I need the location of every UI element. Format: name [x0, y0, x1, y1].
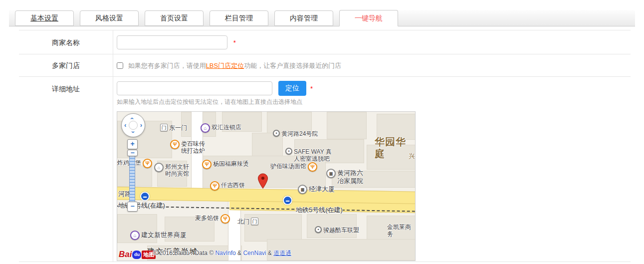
- tab-content-manage[interactable]: 内容管理: [274, 10, 333, 26]
- pan-right-icon[interactable]: ›: [140, 122, 142, 128]
- tab-style-settings[interactable]: 风格设置: [80, 10, 139, 26]
- poi-label: 驴佰味汤面馆: [270, 162, 306, 170]
- poi-metro-line5-east: 地铁5号线(在建): [296, 206, 343, 214]
- poi-qianji-xibing: Ψ仟吉西饼: [210, 181, 245, 191]
- food-icon: Ψ: [220, 214, 230, 224]
- map-pan-control[interactable]: ‹ › ‹ ‹: [121, 113, 145, 137]
- food-icon: Ψ: [143, 159, 152, 168]
- hotel-icon: ⌂: [154, 163, 164, 172]
- locate-button[interactable]: 定位: [278, 81, 306, 96]
- lbs-store-location-link[interactable]: LBS门店定位: [206, 62, 244, 69]
- poi-shuanghui-chain: ⌂双汇连锁店: [201, 123, 241, 133]
- poi-label: 麦多馅饼: [195, 214, 219, 222]
- food-icon: Ψ: [210, 181, 219, 191]
- food-icon: Ψ: [170, 140, 180, 149]
- address-row: 详细地址 定位 * 如果输入地址后点击定位按钮无法定位，请在地图上直接点击选择地…: [19, 76, 631, 262]
- tab-one-key-navigation[interactable]: 一键导航: [339, 10, 398, 26]
- poi-label: 金凯莱商务: [387, 223, 415, 238]
- required-asterisk: *: [310, 85, 313, 92]
- poi-lvbaiwei: 驴佰味汤面馆Ψ: [270, 162, 317, 172]
- poi-maiduo-xianbing: 麦多馅饼Ψ: [195, 214, 230, 224]
- map-canvas[interactable]: ‹ › ‹ ‹ + − − Bai du 地图: [117, 111, 416, 261]
- dot-icon: •: [315, 226, 322, 233]
- dot-icon: •: [273, 130, 280, 137]
- address-input[interactable]: [117, 81, 272, 95]
- multi-store-row: 多家门店 如果您有多家门店，请使用LBS门店定位功能，让客户直接选择最近的门店: [19, 54, 631, 76]
- poi-label: 北门: [237, 218, 249, 225]
- required-asterisk: *: [233, 39, 236, 46]
- shop-icon: ⌂: [201, 123, 210, 133]
- shop-icon: ⌂: [130, 231, 140, 240]
- dot-icon: •: [285, 148, 292, 155]
- poi-label: 地铁5号线(在建): [296, 206, 343, 214]
- multi-store-content: 如果您有多家门店，请使用LBS门店定位功能，让客户直接选择最近的门店: [113, 54, 631, 76]
- multi-store-text-before: 如果您有多家门店，请使用: [128, 62, 206, 69]
- map-building-block: [327, 112, 367, 139]
- tab-column-manage[interactable]: 栏目管理: [210, 10, 268, 26]
- merchant-name-label: 商家名称: [19, 30, 113, 54]
- building-icon: ▆: [298, 185, 307, 194]
- map-pin-icon: [257, 173, 268, 191]
- tab-basic-settings[interactable]: 基本设置: [15, 10, 74, 26]
- bus-icon: ▬: [283, 196, 292, 205]
- building-icon: ▆: [326, 169, 336, 178]
- poi-junyue-kuche: •骏越酷车联盟: [315, 226, 359, 234]
- poi-xing-area: 兴: [409, 152, 415, 160]
- poi-label: 杨国福麻辣烫: [213, 160, 249, 167]
- baidu-logo-bai: Bai: [119, 250, 132, 260]
- multi-store-checkbox[interactable]: [117, 62, 123, 69]
- daodaotong-link[interactable]: 道道通: [273, 250, 291, 257]
- settings-page: 基本设置 风格设置 首页设置 栏目管理 内容管理 一键导航 商家名称 * 多家门…: [0, 0, 644, 264]
- poi-metro-line5-west: 地铁5号线(在建): [118, 201, 165, 210]
- poi-zhengzhou-wenxuan: ⌂郑州文轩 时尚宾馆: [154, 163, 189, 178]
- poi-safeway-escape: •SAFE WAY 真 人密室逃脱吧: [285, 148, 332, 163]
- poi-jinkailai: 金凯莱商务: [387, 223, 415, 238]
- poi-label: SAFE WAY 真 人密室逃脱吧: [294, 148, 332, 163]
- address-hint: 如果输入地址后点击定位按钮无法定位，请在地图上直接点击选择地点: [117, 98, 631, 106]
- map-zoom-slider-track[interactable]: [129, 153, 135, 203]
- settings-form: 商家名称 * 多家门店 如果您有多家门店，请使用LBS门店定位功能，让客户直接选…: [19, 30, 631, 262]
- poi-label: 骏越酷车联盟: [323, 226, 359, 234]
- poi-beimen: 北门门: [237, 218, 258, 225]
- gate-icon: 门: [160, 124, 168, 131]
- baidu-paw-icon: du: [132, 251, 141, 259]
- poi-label: 黄河路六 冶家属院: [337, 169, 363, 185]
- map-zoom-in-button[interactable]: +: [127, 139, 138, 149]
- multi-store-label: 多家门店: [19, 54, 113, 76]
- merchant-name-input[interactable]: [117, 35, 227, 49]
- cennavi-link[interactable]: CenNavi: [243, 250, 266, 257]
- gate-icon: 门: [251, 218, 258, 225]
- poi-huanghelu-24: •黄河路24号院: [273, 130, 318, 137]
- merchant-name-content: *: [113, 30, 631, 54]
- poi-label: 双汇连锁店: [212, 123, 241, 131]
- poi-jingjin-dasha: ▆经津大厦: [298, 185, 335, 194]
- map-zoom-slider-thumb[interactable]: −: [127, 150, 138, 156]
- poi-bus-stop-west: ▬: [140, 192, 150, 201]
- poi-huanghelu-liuye: ▆黄河路六 冶家属院: [326, 169, 363, 185]
- tab-bar: 基本设置 风格设置 首页设置 栏目管理 内容管理 一键导航: [9, 10, 635, 26]
- copyright-sep: &: [236, 250, 243, 257]
- poi-yangguofu: Ψ杨国福麻辣烫: [202, 160, 249, 169]
- poi-dongyimen: 门东一门: [160, 124, 187, 131]
- pan-left-icon[interactable]: ‹: [124, 122, 126, 128]
- baidu-map-logo: Bai du 地图: [119, 250, 156, 260]
- poi-label: 郑州文轩 时尚宾馆: [165, 163, 189, 178]
- tab-home-settings[interactable]: 首页设置: [145, 10, 204, 26]
- poi-label: 东一门: [169, 124, 187, 131]
- poi-label: 仟吉西饼: [221, 181, 245, 189]
- food-icon: Ψ: [308, 162, 317, 172]
- poi-label: 娄百味传 统打边炉: [181, 140, 205, 155]
- copyright-sep: &: [266, 250, 273, 257]
- address-label: 详细地址: [19, 77, 113, 262]
- map-copyright: © 2016 Baidu - Data © NavInfo & CenNavi …: [153, 249, 291, 258]
- map-zoom-out-button[interactable]: −: [127, 202, 138, 212]
- poi-label: 地铁5号线(在建): [118, 201, 165, 210]
- multi-store-text-after: 功能，让客户直接选择最近的门店: [244, 62, 341, 69]
- pan-center: [129, 121, 138, 130]
- navinfo-link[interactable]: NavInfo: [215, 250, 235, 257]
- pan-up-icon[interactable]: ‹: [129, 117, 136, 119]
- poi-label: 黄河路24号院: [281, 130, 318, 137]
- poi-label: 建文新世界商厦: [141, 231, 187, 239]
- address-input-line: 定位 *: [117, 77, 631, 96]
- pan-down-icon[interactable]: ‹: [129, 131, 136, 133]
